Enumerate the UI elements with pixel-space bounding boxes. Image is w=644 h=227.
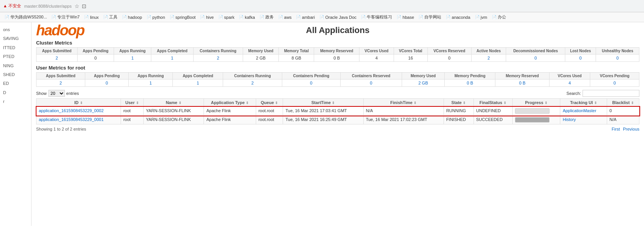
- bookmark-label: 自学网站: [424, 14, 441, 20]
- app-table-header[interactable]: Tracking UI ⇕: [560, 99, 607, 107]
- bookmark-item[interactable]: 📄hive: [199, 15, 215, 20]
- app-table-header[interactable]: FinalStatus ⇕: [473, 99, 512, 107]
- app-table-header[interactable]: User ⇕: [121, 99, 144, 107]
- bookmark-icon: 📄: [260, 15, 264, 19]
- user-metrics-value: 0 B: [495, 80, 549, 87]
- bookmark-label: kafka: [245, 15, 255, 20]
- bookmark-icon: 📄: [103, 15, 108, 19]
- star-icon[interactable]: ☆: [74, 3, 79, 9]
- bookmark-icon: 📄: [170, 15, 174, 19]
- cluster-metrics-value[interactable]: 0: [565, 55, 596, 62]
- user-metrics-table: Apps SubmittedApps PendingApps RunningAp…: [36, 72, 639, 87]
- bookmark-label: 办公: [498, 14, 506, 20]
- cluster-metrics-value: 2: [193, 55, 243, 62]
- bookmark-item[interactable]: 📄anaconda: [444, 15, 472, 20]
- bookmark-item[interactable]: 📄专注于Win7: [50, 14, 81, 20]
- bookmark-icon: 📄: [219, 15, 223, 19]
- cluster-metrics-link[interactable]: 0: [579, 56, 582, 60]
- bookmark-label: springBoot: [175, 15, 196, 20]
- cluster-metrics-table: Apps SubmittedApps PendingApps RunningAp…: [36, 47, 639, 62]
- app-table-header[interactable]: Name ⇕: [143, 99, 204, 107]
- sidebar-item[interactable]: r: [0, 97, 31, 106]
- bookmark-item[interactable]: 📄ambari: [295, 15, 316, 20]
- bookmark-item[interactable]: 📄hbase: [395, 15, 416, 20]
- user-metrics-header: VCores Used: [549, 73, 590, 80]
- app-table-header[interactable]: Blacklist ⇕: [607, 99, 639, 107]
- user-metrics-value: 2: [223, 80, 282, 87]
- app-table-header[interactable]: Application Type ⇕: [204, 99, 256, 107]
- user-metrics-header: Apps Submitted: [36, 73, 85, 80]
- app-table-header[interactable]: Queue ⇕: [256, 99, 283, 107]
- bookmark-item[interactable]: 📄aws: [277, 15, 293, 20]
- bookmark-item[interactable]: 📄办公: [490, 14, 508, 20]
- progress-bar: [515, 117, 550, 123]
- user-metrics-header: Memory Reserved: [495, 73, 549, 80]
- bookmark-label: hive: [206, 15, 214, 20]
- cluster-metrics-link[interactable]: 2: [487, 56, 490, 60]
- cluster-metrics-value[interactable]: 0: [506, 55, 565, 62]
- bookmark-icon: 📄: [492, 15, 497, 19]
- bookmark-icon: 📄: [278, 15, 283, 19]
- table-cell: application_1615908453229_0001: [36, 116, 121, 124]
- pagination: First Previous: [612, 127, 639, 131]
- app-table-header[interactable]: FinishTime ⇕: [363, 99, 444, 107]
- cluster-metrics-value[interactable]: 2: [471, 55, 506, 62]
- table-footer: Showing 1 to 2 of 2 entries First Previo…: [36, 127, 639, 131]
- app-table-header[interactable]: Progress ⇕: [512, 99, 560, 107]
- bookmark-item[interactable]: 📄python: [145, 15, 167, 20]
- cluster-metrics-header: Memory Total: [279, 48, 314, 55]
- app-table-header[interactable]: State ⇕: [444, 99, 473, 107]
- cluster-metrics-header: VCores Total: [394, 48, 427, 55]
- sidebar-item[interactable]: SHED: [0, 70, 31, 79]
- cluster-metrics-link[interactable]: 0: [616, 56, 619, 60]
- first-button[interactable]: First: [612, 127, 620, 131]
- bookmark-label: hbase: [402, 15, 414, 20]
- bookmark-item[interactable]: 📄华为路由WS5200...: [3, 14, 48, 20]
- bookmark-item[interactable]: 📄spark: [217, 15, 236, 20]
- bookmark-item[interactable]: 📄linux: [83, 15, 100, 20]
- bookmark-icon: 📄: [397, 15, 401, 19]
- app-table-header[interactable]: ID ⇕: [36, 99, 121, 107]
- menu-icon[interactable]: ⊡: [82, 3, 86, 9]
- user-metrics-value: 0: [590, 80, 639, 87]
- bookmark-item[interactable]: 📄自学网站: [417, 14, 443, 20]
- bookmark-item[interactable]: 📄Oracle Java Doc: [318, 15, 358, 20]
- sidebar-item[interactable]: ITTED: [0, 43, 31, 52]
- previous-button[interactable]: Previous: [623, 127, 639, 131]
- table-cell: UNDEFINED: [473, 107, 512, 116]
- user-metrics-value: 2: [36, 80, 85, 87]
- search-input[interactable]: [583, 90, 639, 97]
- user-metrics-value: 2 GB: [402, 80, 444, 87]
- sidebar-item[interactable]: ED: [0, 79, 31, 88]
- bookmark-item[interactable]: 📄kafka: [237, 15, 256, 20]
- tracking-ui-link[interactable]: ApplicationMaster: [563, 108, 596, 113]
- table-cell: Tue, 16 Mar 2021 17:02:23 GMT: [363, 116, 444, 124]
- app-id-link[interactable]: application_1615908453229_0001: [39, 117, 104, 122]
- search-box: Search:: [566, 90, 639, 97]
- cluster-metrics-header: Memory Reserved: [314, 48, 359, 55]
- table-cell: RUNNING: [444, 107, 473, 116]
- bookmark-item[interactable]: 📄hadoop: [121, 15, 144, 20]
- table-cell: N/A: [363, 107, 444, 116]
- cluster-metrics-value[interactable]: 0: [596, 55, 639, 62]
- sidebar-item[interactable]: SAVING: [0, 34, 31, 43]
- app-id-link[interactable]: application_1615908453229_0002: [39, 108, 104, 113]
- entries-select[interactable]: 20 50 100: [48, 90, 65, 97]
- sidebar-item[interactable]: NING: [0, 61, 31, 70]
- cluster-metrics-title: Cluster Metrics: [36, 40, 639, 46]
- bookmark-item[interactable]: 📄springBoot: [168, 15, 197, 20]
- bookmark-item[interactable]: 📄jvm: [473, 15, 489, 20]
- sidebar-item[interactable]: PTED: [0, 52, 31, 61]
- user-metrics-header: VCores Pending: [590, 73, 639, 80]
- cluster-metrics-link[interactable]: 0: [535, 56, 537, 60]
- sidebar-item[interactable]: ons: [0, 25, 31, 34]
- user-metrics-header: Apps Pending: [85, 73, 129, 80]
- url-bar[interactable]: master:8088/cluster/apps: [24, 4, 72, 8]
- bookmark-item[interactable]: 📄牛客编程练习: [359, 14, 394, 20]
- sidebar-item[interactable]: D: [0, 88, 31, 97]
- user-metrics-header: Containers Reserved: [340, 73, 402, 80]
- bookmark-item[interactable]: 📄工具: [102, 14, 119, 20]
- tracking-ui-link[interactable]: History: [563, 117, 576, 122]
- app-table-header[interactable]: StartTime ⇕: [283, 99, 363, 107]
- bookmark-item[interactable]: 📄政务: [258, 14, 275, 20]
